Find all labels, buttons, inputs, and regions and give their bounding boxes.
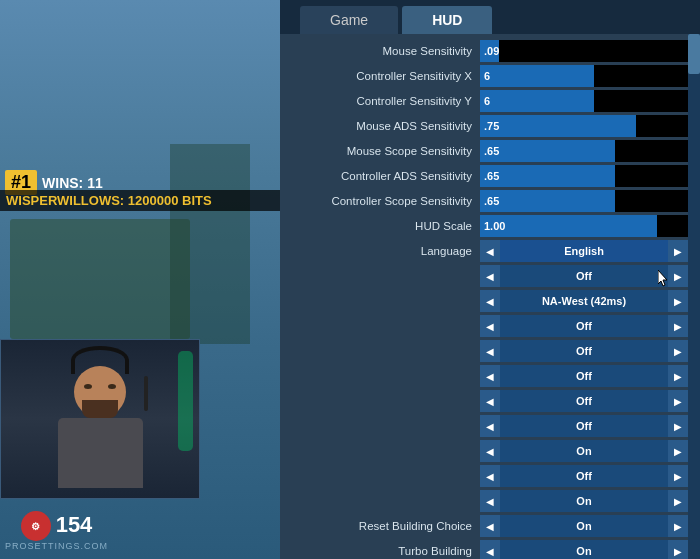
setting-hud-scale: HUD Scale 1.00 [280, 214, 688, 238]
off7-right-arrow[interactable]: ▶ [668, 465, 688, 487]
setting-controller-y: Controller Sensitivity Y 6 [280, 89, 688, 113]
setting-controller-scope: Controller Scope Sensitivity .65 [280, 189, 688, 213]
off2-right-arrow[interactable]: ▶ [668, 315, 688, 337]
game-background: #1 WINS: 11 WISPERWILLOWS: 1200000 BITS … [0, 0, 280, 559]
region-right-arrow[interactable]: ▶ [668, 290, 688, 312]
off6-right-arrow[interactable]: ▶ [668, 415, 688, 437]
watermark: ⚙ 154 PROSETTINGS.COM [5, 511, 108, 551]
value-language[interactable]: ◀ English ▶ [480, 240, 688, 262]
region-value: NA-West (42ms) [500, 290, 668, 312]
off1-left-arrow[interactable]: ◀ [480, 265, 500, 287]
watermark-number: 154 [56, 512, 93, 538]
setting-reset-building: Reset Building Choice ◀ On ▶ [280, 514, 688, 538]
value-on-2[interactable]: ◀ On ▶ [480, 490, 688, 512]
value-mouse-ads[interactable]: .75 [480, 115, 688, 137]
on1-left-arrow[interactable]: ◀ [480, 440, 500, 462]
watermark-icon: ⚙ [21, 511, 51, 541]
stream-box [0, 339, 200, 499]
on2-left-arrow[interactable]: ◀ [480, 490, 500, 512]
off5-right-arrow[interactable]: ▶ [668, 390, 688, 412]
label-language: Language [280, 245, 480, 257]
setting-row-on-2: ◀ On ▶ [280, 489, 688, 513]
off3-left-arrow[interactable]: ◀ [480, 340, 500, 362]
label-mouse-ads: Mouse ADS Sensitivity [280, 120, 480, 132]
off3-value: Off [500, 340, 668, 362]
wins-count: WINS: 11 [42, 175, 103, 191]
value-off-3[interactable]: ◀ Off ▶ [480, 340, 688, 362]
setting-row-off-3: ◀ Off ▶ [280, 339, 688, 363]
turbo-building-value: On [500, 540, 668, 559]
off7-left-arrow[interactable]: ◀ [480, 465, 500, 487]
on1-value: On [500, 440, 668, 462]
value-off-6[interactable]: ◀ Off ▶ [480, 415, 688, 437]
label-controller-scope: Controller Scope Sensitivity [280, 195, 480, 207]
settings-content: Mouse Sensitivity .09 Controller Sensiti… [280, 34, 700, 559]
value-mouse-scope[interactable]: .65 [480, 140, 688, 162]
on2-value: On [500, 490, 668, 512]
setting-row-off-2: ◀ Off ▶ [280, 314, 688, 338]
value-on-1[interactable]: ◀ On ▶ [480, 440, 688, 462]
setting-row-off-1: ◀ Off ▶ [280, 264, 688, 288]
setting-row-off-4: ◀ Off ▶ [280, 364, 688, 388]
reset-building-left-arrow[interactable]: ◀ [480, 515, 500, 537]
scrollbar-thumb[interactable] [688, 34, 700, 74]
value-mouse-sensitivity[interactable]: .09 [480, 40, 688, 62]
turbo-building-right-arrow[interactable]: ▶ [668, 540, 688, 559]
language-left-arrow[interactable]: ◀ [480, 240, 500, 262]
off6-left-arrow[interactable]: ◀ [480, 415, 500, 437]
setting-mouse-scope: Mouse Scope Sensitivity .65 [280, 139, 688, 163]
value-controller-y[interactable]: 6 [480, 90, 688, 112]
reset-building-right-arrow[interactable]: ▶ [668, 515, 688, 537]
label-controller-x: Controller Sensitivity X [280, 70, 480, 82]
watermark-site: PROSETTINGS.COM [5, 541, 108, 551]
value-region[interactable]: ◀ NA-West (42ms) ▶ [480, 290, 688, 312]
off2-left-arrow[interactable]: ◀ [480, 315, 500, 337]
setting-row-off-7: ◀ Off ▶ [280, 464, 688, 488]
value-hud-scale[interactable]: 1.00 [480, 215, 688, 237]
setting-controller-ads: Controller ADS Sensitivity .65 [280, 164, 688, 188]
value-turbo-building[interactable]: ◀ On ▶ [480, 540, 688, 559]
turbo-building-left-arrow[interactable]: ◀ [480, 540, 500, 559]
tab-game[interactable]: Game [300, 6, 398, 34]
value-off-7[interactable]: ◀ Off ▶ [480, 465, 688, 487]
on2-right-arrow[interactable]: ▶ [668, 490, 688, 512]
off5-value: Off [500, 390, 668, 412]
label-mouse-scope: Mouse Scope Sensitivity [280, 145, 480, 157]
value-off-5[interactable]: ◀ Off ▶ [480, 390, 688, 412]
on1-right-arrow[interactable]: ▶ [668, 440, 688, 462]
username-banner: WISPERWILLOWS: 1200000 BITS [0, 190, 280, 211]
off4-value: Off [500, 365, 668, 387]
label-controller-ads: Controller ADS Sensitivity [280, 170, 480, 182]
label-turbo-building: Turbo Building [280, 545, 480, 557]
value-reset-building[interactable]: ◀ On ▶ [480, 515, 688, 537]
label-hud-scale: HUD Scale [280, 220, 480, 232]
off5-left-arrow[interactable]: ◀ [480, 390, 500, 412]
tab-hud[interactable]: HUD [402, 6, 492, 34]
reset-building-value: On [500, 515, 668, 537]
scrollbar[interactable] [688, 34, 700, 559]
value-controller-scope[interactable]: .65 [480, 190, 688, 212]
off1-value: Off [500, 265, 668, 287]
off6-value: Off [500, 415, 668, 437]
value-controller-ads[interactable]: .65 [480, 165, 688, 187]
off2-value: Off [500, 315, 668, 337]
language-right-arrow[interactable]: ▶ [668, 240, 688, 262]
label-controller-y: Controller Sensitivity Y [280, 95, 480, 107]
tabs-bar: Game HUD [280, 0, 700, 34]
setting-mouse-ads: Mouse ADS Sensitivity .75 [280, 114, 688, 138]
off3-right-arrow[interactable]: ▶ [668, 340, 688, 362]
value-off-2[interactable]: ◀ Off ▶ [480, 315, 688, 337]
setting-row-on-1: ◀ On ▶ [280, 439, 688, 463]
value-off-4[interactable]: ◀ Off ▶ [480, 365, 688, 387]
value-controller-x[interactable]: 6 [480, 65, 688, 87]
off4-left-arrow[interactable]: ◀ [480, 365, 500, 387]
off1-right-arrow[interactable]: ▶ [668, 265, 688, 287]
off4-right-arrow[interactable]: ▶ [668, 365, 688, 387]
setting-row-off-5: ◀ Off ▶ [280, 389, 688, 413]
setting-mouse-sensitivity: Mouse Sensitivity .09 [280, 39, 688, 63]
setting-turbo-building: Turbo Building ◀ On ▶ [280, 539, 688, 559]
settings-panel: Game HUD Mouse Sensitivity .09 Controlle… [280, 0, 700, 559]
value-off-1[interactable]: ◀ Off ▶ [480, 265, 688, 287]
off7-value: Off [500, 465, 668, 487]
region-left-arrow[interactable]: ◀ [480, 290, 500, 312]
